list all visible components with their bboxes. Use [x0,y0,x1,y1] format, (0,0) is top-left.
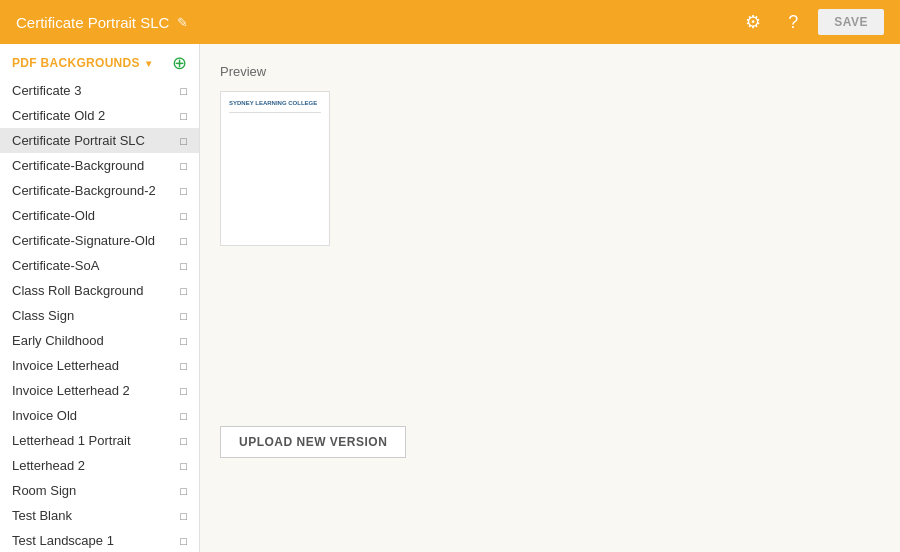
sidebar-item-label: Test Landscape 1 [12,533,174,548]
sidebar-item-invoice-old[interactable]: Invoice Old□ [0,403,199,428]
file-icon: □ [180,435,187,447]
file-icon: □ [180,510,187,522]
sidebar: PDF BACKGROUNDS▾⊕Certificate 3□Certifica… [0,44,200,552]
file-icon: □ [180,85,187,97]
sidebar-item-certificate-old[interactable]: Certificate-Old□ [0,203,199,228]
upload-new-version-button[interactable]: UPLOAD NEW VERSION [220,426,406,458]
header-title: Certificate Portrait SLC ✎ [16,14,738,31]
sidebar-item-invoice-letterhead[interactable]: Invoice Letterhead□ [0,353,199,378]
sidebar-item-label: Certificate Portrait SLC [12,133,174,148]
main-layout: PDF BACKGROUNDS▾⊕Certificate 3□Certifica… [0,44,900,552]
file-icon: □ [180,235,187,247]
header-actions: ⚙ ? SAVE [738,7,884,37]
file-icon: □ [180,485,187,497]
sidebar-item-class-roll-background[interactable]: Class Roll Background□ [0,278,199,303]
file-icon: □ [180,535,187,547]
sidebar-item-label: Certificate-Background [12,158,174,173]
add-pdf-backgrounds-button[interactable]: ⊕ [172,54,187,72]
sidebar-item-label: Class Roll Background [12,283,174,298]
sidebar-item-early-childhood[interactable]: Early Childhood□ [0,328,199,353]
sidebar-item-room-sign[interactable]: Room Sign□ [0,478,199,503]
sidebar-item-label: Certificate 3 [12,83,174,98]
file-icon: □ [180,210,187,222]
sidebar-item-certificate-3[interactable]: Certificate 3□ [0,78,199,103]
sidebar-item-label: Letterhead 1 Portrait [12,433,174,448]
file-icon: □ [180,285,187,297]
sidebar-item-invoice-letterhead-2[interactable]: Invoice Letterhead 2□ [0,378,199,403]
preview-logo-text: SYDNEY LEARNING COLLEGE [229,100,321,108]
sidebar-item-test-landscape-1[interactable]: Test Landscape 1□ [0,528,199,552]
sidebar-item-label: Invoice Letterhead [12,358,174,373]
sidebar-item-label: Certificate-Background-2 [12,183,174,198]
file-icon: □ [180,410,187,422]
sidebar-item-certificate-portrait-slc[interactable]: Certificate Portrait SLC□ [0,128,199,153]
sidebar-item-certificate-background-2[interactable]: Certificate-Background-2□ [0,178,199,203]
preview-label: Preview [220,64,880,79]
file-icon: □ [180,185,187,197]
sidebar-item-label: Invoice Old [12,408,174,423]
sidebar-item-label: Class Sign [12,308,174,323]
file-icon: □ [180,335,187,347]
settings-button[interactable]: ⚙ [738,7,768,37]
sidebar-item-test-blank[interactable]: Test Blank□ [0,503,199,528]
sidebar-item-class-sign[interactable]: Class Sign□ [0,303,199,328]
sidebar-item-label: Certificate-Signature-Old [12,233,174,248]
sidebar-item-label: Certificate Old 2 [12,108,174,123]
sidebar-item-certificate-background[interactable]: Certificate-Background□ [0,153,199,178]
file-icon: □ [180,260,187,272]
file-icon: □ [180,460,187,472]
file-icon: □ [180,310,187,322]
sidebar-item-label: Test Blank [12,508,174,523]
sidebar-item-letterhead-2[interactable]: Letterhead 2□ [0,453,199,478]
preview-divider [229,112,321,113]
help-button[interactable]: ? [778,7,808,37]
header: Certificate Portrait SLC ✎ ⚙ ? SAVE [0,0,900,44]
file-icon: □ [180,360,187,372]
sidebar-item-label: Letterhead 2 [12,458,174,473]
preview-box: SYDNEY LEARNING COLLEGE [220,91,330,246]
sidebar-item-label: Invoice Letterhead 2 [12,383,174,398]
file-icon: □ [180,135,187,147]
file-icon: □ [180,160,187,172]
edit-icon[interactable]: ✎ [177,15,188,30]
sidebar-item-label: Certificate-Old [12,208,174,223]
sidebar-item-label: Certificate-SoA [12,258,174,273]
sidebar-item-label: Room Sign [12,483,174,498]
file-icon: □ [180,110,187,122]
sidebar-item-certificate-signature-old[interactable]: Certificate-Signature-Old□ [0,228,199,253]
sidebar-item-letterhead-1-portrait[interactable]: Letterhead 1 Portrait□ [0,428,199,453]
section-header-pdf-backgrounds: PDF BACKGROUNDS▾⊕ [0,44,199,78]
file-icon: □ [180,385,187,397]
sidebar-item-label: Early Childhood [12,333,174,348]
sidebar-item-certificate-old-2[interactable]: Certificate Old 2□ [0,103,199,128]
page-title: Certificate Portrait SLC [16,14,169,31]
sidebar-item-certificate-soa[interactable]: Certificate-SoA□ [0,253,199,278]
section-title-pdf-backgrounds: PDF BACKGROUNDS▾ [12,56,151,70]
content-area: Preview SYDNEY LEARNING COLLEGE UPLOAD N… [200,44,900,552]
save-button[interactable]: SAVE [818,9,884,35]
